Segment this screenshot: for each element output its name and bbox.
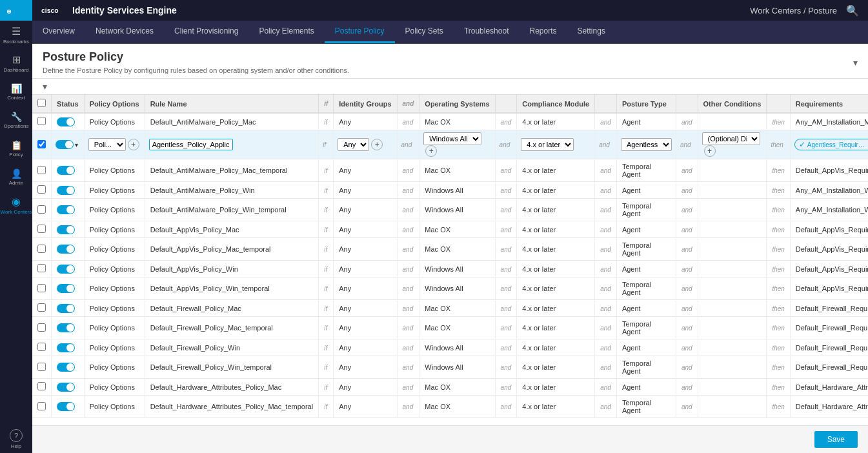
operating-systems-label: Windows All: [425, 363, 463, 371]
status-toggle[interactable]: [57, 117, 75, 126]
col-policy-options: Policy Options: [84, 95, 145, 113]
tab-reports[interactable]: Reports: [519, 21, 567, 43]
search-icon[interactable]: 🔍: [846, 5, 859, 17]
status-toggle[interactable]: [57, 304, 75, 313]
status-toggle[interactable]: [57, 383, 75, 392]
posture-type-label: Agent: [622, 186, 641, 194]
sidebar-item-administration[interactable]: 👤 Admin: [0, 163, 32, 191]
policy-options-label: Policy Options: [90, 344, 135, 352]
other-conditions-cell: [698, 221, 767, 238]
requirements-cell: ✓Agentless_Requirement_Appli▾✕✎+: [790, 130, 868, 159]
and4-connector: and: [676, 379, 698, 396]
row-checkbox[interactable]: [37, 185, 46, 194]
sidebar-item-bookmarks[interactable]: ☰ Bookmarks: [0, 21, 32, 49]
status-toggle[interactable]: [57, 402, 75, 411]
then-connector: then: [767, 130, 790, 159]
row-checkbox[interactable]: [37, 363, 46, 371]
tab-network-devices[interactable]: Network Devices: [85, 21, 164, 43]
and2-connector: and: [495, 300, 517, 317]
and1-connector: and: [397, 199, 419, 221]
status-toggle[interactable]: [57, 284, 75, 293]
page-title: Posture Policy: [43, 50, 349, 64]
status-toggle[interactable]: [57, 245, 75, 254]
identity-groups-select[interactable]: Any: [338, 138, 369, 151]
add-other-conditions-button[interactable]: +: [704, 145, 716, 157]
status-toggle[interactable]: [57, 225, 75, 234]
status-toggle[interactable]: [57, 323, 75, 332]
sidebar: ⊛ ☰ Bookmarks ⊞ Dashboard 📊 Context 🔧 Op…: [0, 0, 32, 453]
row-checkbox[interactable]: [37, 225, 46, 233]
operating-systems-select[interactable]: Windows All: [423, 132, 481, 145]
sub-collapse-row: ▾: [32, 79, 868, 95]
row-checkbox[interactable]: [37, 343, 46, 351]
col-identity-groups: Identity Groups: [334, 95, 397, 113]
compliance-module-select[interactable]: 4.x or later: [521, 138, 574, 151]
tab-posture-policy[interactable]: Posture Policy: [325, 21, 395, 43]
status-cell: [52, 182, 85, 199]
sidebar-item-context-visibility[interactable]: 📊 Context: [0, 77, 32, 106]
tab-policy-sets[interactable]: Policy Sets: [395, 21, 454, 43]
then-connector: then: [767, 317, 790, 339]
tab-troubleshoot[interactable]: Troubleshoot: [454, 21, 520, 43]
row-checkbox[interactable]: [37, 402, 46, 410]
posture-type-select[interactable]: Agentless: [621, 138, 672, 151]
row-checkbox[interactable]: [37, 382, 46, 390]
posture-type-label: Agent: [622, 226, 641, 234]
other-conditions-cell: (Optional) Dictio...+: [698, 130, 767, 159]
row-checkbox[interactable]: [37, 323, 46, 332]
top-header: cisco Identity Services Engine Work Cent…: [32, 0, 868, 21]
rule-name-cell: Default_AntiMalware_Policy_Win_temporal: [145, 199, 319, 221]
posture-type-label: Agent: [622, 265, 641, 273]
compliance-module-cell: 4.x or later: [517, 130, 595, 159]
row-checkbox[interactable]: [37, 303, 46, 312]
status-toggle[interactable]: [57, 363, 75, 372]
and1-connector: and: [397, 396, 419, 418]
status-cell: [52, 238, 85, 261]
policy-options-label: Policy Options: [90, 245, 135, 253]
row-checkbox-cell: [32, 130, 52, 159]
row-checkbox[interactable]: [37, 284, 46, 292]
select-all-checkbox[interactable]: [37, 99, 46, 107]
sidebar-item-operations[interactable]: 🔧 Operations: [0, 106, 32, 134]
tab-settings[interactable]: Settings: [567, 21, 616, 43]
posture-type-label: Agent: [622, 344, 641, 352]
sub-collapse-button[interactable]: ▾: [43, 81, 47, 92]
compliance-module-label: 4.x or later: [522, 166, 556, 174]
status-toggle[interactable]: [57, 186, 75, 195]
add-policy-options-button[interactable]: +: [128, 139, 139, 150]
policy-options-label: Policy Options: [90, 206, 135, 214]
sidebar-item-work-centers[interactable]: ◉ Work Centers: [0, 191, 32, 219]
app-logo: ⊛: [0, 0, 32, 21]
sidebar-item-policy[interactable]: 📋 Policy: [0, 134, 32, 163]
status-dropdown-chevron[interactable]: ▾: [75, 141, 78, 148]
sidebar-item-help[interactable]: ? Help: [0, 425, 32, 453]
page-area: Posture Policy Define the Posture Policy…: [32, 44, 868, 425]
tab-client-provisioning[interactable]: Client Provisioning: [164, 21, 248, 43]
other-conditions-select[interactable]: (Optional) Dictio...: [702, 132, 760, 145]
sidebar-item-dashboard[interactable]: ⊞ Dashboard: [0, 49, 32, 77]
tab-overview[interactable]: Overview: [32, 21, 85, 43]
tab-policy-elements[interactable]: Policy Elements: [248, 21, 324, 43]
status-toggle[interactable]: [57, 166, 75, 175]
row-checkbox[interactable]: [37, 264, 46, 272]
status-toggle[interactable]: [57, 265, 75, 274]
row-checkbox[interactable]: [37, 140, 46, 148]
and3-connector: and: [595, 396, 617, 418]
row-checkbox[interactable]: [37, 117, 46, 125]
identity-groups-label: Any: [339, 166, 351, 174]
row-checkbox[interactable]: [37, 245, 46, 253]
status-toggle[interactable]: [56, 140, 74, 149]
collapse-button[interactable]: ▾: [853, 57, 858, 68]
status-toggle[interactable]: [57, 205, 75, 214]
policy-options-select[interactable]: Poli...: [88, 138, 126, 151]
status-toggle[interactable]: [57, 343, 75, 352]
add-identity-group-button[interactable]: +: [371, 139, 383, 150]
save-button[interactable]: Save: [814, 431, 858, 448]
add-os-button[interactable]: +: [425, 145, 437, 157]
rule-name-input[interactable]: [149, 139, 233, 150]
rule-name-label: Default_AntiMalware_Policy_Win: [150, 186, 255, 194]
then-connector: then: [767, 261, 790, 277]
table-row: Policy OptionsDefault_AppVis_Policy_Mac_…: [32, 238, 868, 261]
row-checkbox[interactable]: [37, 205, 46, 214]
row-checkbox[interactable]: [37, 166, 46, 174]
